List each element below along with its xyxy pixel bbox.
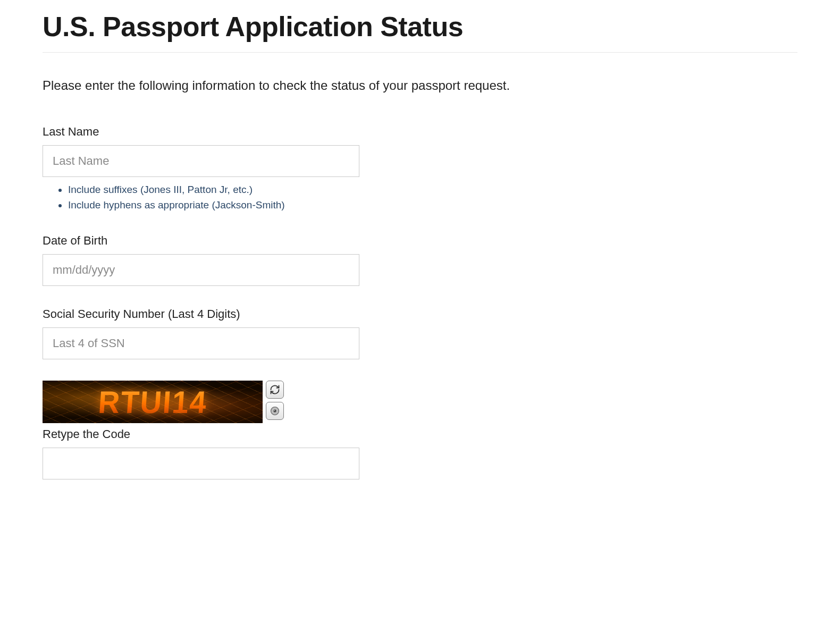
field-captcha: RTUI14 (43, 381, 797, 479)
svg-point-1 (273, 409, 276, 412)
captcha-label: Retype the Code (43, 427, 797, 441)
page-title: U.S. Passport Application Status (43, 11, 797, 43)
dob-label: Date of Birth (43, 234, 797, 248)
captcha-image: RTUI14 (43, 381, 263, 423)
intro-text: Please enter the following information t… (43, 78, 797, 93)
captcha-input[interactable] (43, 448, 359, 479)
ssn-label: Social Security Number (Last 4 Digits) (43, 307, 797, 321)
captcha-refresh-button[interactable] (266, 381, 284, 399)
divider (43, 52, 797, 53)
field-dob: Date of Birth (43, 234, 797, 286)
dob-input[interactable] (43, 254, 359, 286)
last-name-label: Last Name (43, 125, 797, 139)
captcha-audio-button[interactable] (266, 402, 284, 420)
captcha-code-display: RTUI14 (97, 384, 208, 420)
refresh-icon (270, 384, 280, 395)
hint-item: Include suffixes (Jones III, Patton Jr, … (68, 182, 797, 198)
svg-point-2 (274, 410, 275, 411)
hint-item: Include hyphens as appropriate (Jackson-… (68, 198, 797, 213)
audio-icon (270, 406, 280, 416)
field-ssn: Social Security Number (Last 4 Digits) (43, 307, 797, 359)
last-name-hints: Include suffixes (Jones III, Patton Jr, … (68, 182, 797, 213)
last-name-input[interactable] (43, 145, 359, 177)
ssn-input[interactable] (43, 327, 359, 359)
field-last-name: Last Name Include suffixes (Jones III, P… (43, 125, 797, 213)
